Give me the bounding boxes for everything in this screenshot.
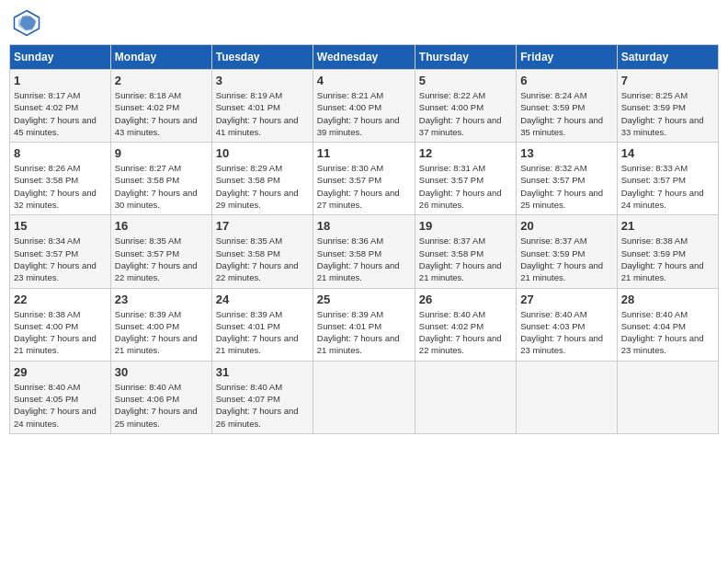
- calendar-cell: 26 Sunrise: 8:40 AMSunset: 4:02 PMDaylig…: [415, 288, 516, 361]
- week-row-5: 29 Sunrise: 8:40 AMSunset: 4:05 PMDaylig…: [10, 361, 719, 433]
- day-info: Sunrise: 8:25 AMSunset: 3:59 PMDaylight:…: [621, 90, 704, 137]
- day-info: Sunrise: 8:19 AMSunset: 4:01 PMDaylight:…: [216, 90, 299, 137]
- day-info: Sunrise: 8:29 AMSunset: 3:58 PMDaylight:…: [216, 163, 299, 210]
- day-number: 22: [14, 293, 107, 306]
- day-number: 19: [419, 219, 512, 233]
- calendar-cell: 25 Sunrise: 8:39 AMSunset: 4:01 PMDaylig…: [313, 288, 415, 361]
- day-info: Sunrise: 8:33 AMSunset: 3:57 PMDaylight:…: [621, 163, 704, 210]
- day-info: Sunrise: 8:37 AMSunset: 3:59 PMDaylight:…: [520, 236, 603, 282]
- day-number: 25: [317, 293, 411, 306]
- day-info: Sunrise: 8:40 AMSunset: 4:05 PMDaylight:…: [14, 382, 97, 429]
- calendar-cell: 5 Sunrise: 8:22 AMSunset: 4:00 PMDayligh…: [415, 70, 516, 143]
- calendar-cell: [313, 361, 415, 433]
- day-number: 11: [317, 146, 411, 160]
- calendar-cell: [517, 361, 617, 433]
- day-number: 1: [14, 74, 107, 87]
- calendar-cell: 10 Sunrise: 8:29 AMSunset: 3:58 PMDaylig…: [211, 143, 313, 215]
- day-number: 28: [621, 293, 714, 306]
- calendar-cell: 15 Sunrise: 8:34 AMSunset: 3:57 PMDaylig…: [10, 215, 111, 288]
- col-header-thursday: Thursday: [415, 45, 516, 70]
- day-number: 29: [14, 365, 107, 379]
- calendar-cell: 11 Sunrise: 8:30 AMSunset: 3:57 PMDaylig…: [313, 143, 415, 215]
- day-info: Sunrise: 8:40 AMSunset: 4:06 PMDaylight:…: [115, 382, 198, 429]
- day-number: 23: [115, 293, 208, 306]
- day-info: Sunrise: 8:39 AMSunset: 4:01 PMDaylight:…: [317, 309, 400, 356]
- day-info: Sunrise: 8:40 AMSunset: 4:02 PMDaylight:…: [419, 309, 502, 356]
- day-info: Sunrise: 8:40 AMSunset: 4:04 PMDaylight:…: [621, 309, 704, 356]
- day-number: 17: [216, 219, 309, 233]
- day-info: Sunrise: 8:22 AMSunset: 4:00 PMDaylight:…: [419, 90, 502, 137]
- col-header-monday: Monday: [110, 45, 211, 70]
- day-info: Sunrise: 8:40 AMSunset: 4:07 PMDaylight:…: [216, 382, 299, 429]
- day-number: 15: [14, 219, 107, 233]
- day-info: Sunrise: 8:38 AMSunset: 3:59 PMDaylight:…: [621, 236, 704, 282]
- day-info: Sunrise: 8:30 AMSunset: 3:57 PMDaylight:…: [317, 163, 400, 210]
- logo-icon: [13, 9, 40, 37]
- week-row-3: 15 Sunrise: 8:34 AMSunset: 3:57 PMDaylig…: [10, 215, 719, 288]
- col-header-tuesday: Tuesday: [211, 45, 313, 70]
- day-info: Sunrise: 8:17 AMSunset: 4:02 PMDaylight:…: [14, 90, 97, 137]
- calendar-cell: 22 Sunrise: 8:38 AMSunset: 4:00 PMDaylig…: [10, 288, 111, 361]
- col-header-wednesday: Wednesday: [313, 45, 415, 70]
- day-number: 31: [216, 365, 309, 379]
- day-number: 26: [419, 293, 512, 306]
- week-row-2: 8 Sunrise: 8:26 AMSunset: 3:58 PMDayligh…: [10, 143, 719, 215]
- day-number: 12: [419, 146, 512, 160]
- day-info: Sunrise: 8:36 AMSunset: 3:58 PMDaylight:…: [317, 236, 400, 282]
- calendar-cell: [617, 361, 718, 433]
- page-header: [9, 9, 719, 37]
- day-number: 5: [419, 74, 512, 87]
- day-info: Sunrise: 8:39 AMSunset: 4:00 PMDaylight:…: [115, 309, 198, 356]
- day-number: 4: [317, 74, 411, 87]
- day-number: 2: [115, 74, 208, 87]
- week-row-4: 22 Sunrise: 8:38 AMSunset: 4:00 PMDaylig…: [10, 288, 719, 361]
- calendar-cell: 28 Sunrise: 8:40 AMSunset: 4:04 PMDaylig…: [617, 288, 718, 361]
- day-info: Sunrise: 8:26 AMSunset: 3:58 PMDaylight:…: [14, 163, 97, 210]
- day-number: 14: [621, 146, 714, 160]
- day-number: 21: [621, 219, 714, 233]
- calendar-cell: 31 Sunrise: 8:40 AMSunset: 4:07 PMDaylig…: [211, 361, 313, 433]
- day-number: 27: [520, 293, 612, 306]
- calendar-cell: 17 Sunrise: 8:35 AMSunset: 3:58 PMDaylig…: [211, 215, 313, 288]
- day-number: 8: [14, 146, 107, 160]
- col-header-sunday: Sunday: [10, 45, 111, 70]
- day-info: Sunrise: 8:35 AMSunset: 3:58 PMDaylight:…: [216, 236, 299, 282]
- day-info: Sunrise: 8:39 AMSunset: 4:01 PMDaylight:…: [216, 309, 299, 356]
- calendar-cell: 7 Sunrise: 8:25 AMSunset: 3:59 PMDayligh…: [617, 70, 718, 143]
- day-number: 6: [520, 74, 612, 87]
- day-number: 16: [115, 219, 208, 233]
- logo: [13, 9, 44, 37]
- day-number: 20: [520, 219, 612, 233]
- day-info: Sunrise: 8:21 AMSunset: 4:00 PMDaylight:…: [317, 90, 400, 137]
- calendar-cell: 29 Sunrise: 8:40 AMSunset: 4:05 PMDaylig…: [10, 361, 111, 433]
- day-info: Sunrise: 8:27 AMSunset: 3:58 PMDaylight:…: [115, 163, 198, 210]
- calendar-cell: 4 Sunrise: 8:21 AMSunset: 4:00 PMDayligh…: [313, 70, 415, 143]
- day-number: 24: [216, 293, 309, 306]
- calendar-cell: 20 Sunrise: 8:37 AMSunset: 3:59 PMDaylig…: [517, 215, 617, 288]
- calendar-cell: 18 Sunrise: 8:36 AMSunset: 3:58 PMDaylig…: [313, 215, 415, 288]
- calendar-cell: 27 Sunrise: 8:40 AMSunset: 4:03 PMDaylig…: [517, 288, 617, 361]
- day-info: Sunrise: 8:18 AMSunset: 4:02 PMDaylight:…: [115, 90, 198, 137]
- day-number: 18: [317, 219, 411, 233]
- calendar-cell: 12 Sunrise: 8:31 AMSunset: 3:57 PMDaylig…: [415, 143, 516, 215]
- day-number: 9: [115, 146, 208, 160]
- calendar-cell: 21 Sunrise: 8:38 AMSunset: 3:59 PMDaylig…: [617, 215, 718, 288]
- day-info: Sunrise: 8:31 AMSunset: 3:57 PMDaylight:…: [419, 163, 502, 210]
- day-number: 7: [621, 74, 714, 87]
- calendar-cell: [415, 361, 516, 433]
- day-number: 13: [520, 146, 612, 160]
- calendar-cell: 30 Sunrise: 8:40 AMSunset: 4:06 PMDaylig…: [110, 361, 211, 433]
- day-number: 10: [216, 146, 309, 160]
- day-info: Sunrise: 8:24 AMSunset: 3:59 PMDaylight:…: [520, 90, 603, 137]
- day-info: Sunrise: 8:40 AMSunset: 4:03 PMDaylight:…: [520, 309, 603, 356]
- calendar-cell: 6 Sunrise: 8:24 AMSunset: 3:59 PMDayligh…: [517, 70, 617, 143]
- calendar-cell: 8 Sunrise: 8:26 AMSunset: 3:58 PMDayligh…: [10, 143, 111, 215]
- calendar-cell: 16 Sunrise: 8:35 AMSunset: 3:57 PMDaylig…: [110, 215, 211, 288]
- day-number: 3: [216, 74, 309, 87]
- calendar-cell: 13 Sunrise: 8:32 AMSunset: 3:57 PMDaylig…: [517, 143, 617, 215]
- calendar-table: SundayMondayTuesdayWednesdayThursdayFrid…: [9, 44, 719, 434]
- calendar-cell: 23 Sunrise: 8:39 AMSunset: 4:00 PMDaylig…: [110, 288, 211, 361]
- day-info: Sunrise: 8:34 AMSunset: 3:57 PMDaylight:…: [14, 236, 97, 282]
- calendar-cell: 3 Sunrise: 8:19 AMSunset: 4:01 PMDayligh…: [211, 70, 313, 143]
- calendar-cell: 24 Sunrise: 8:39 AMSunset: 4:01 PMDaylig…: [211, 288, 313, 361]
